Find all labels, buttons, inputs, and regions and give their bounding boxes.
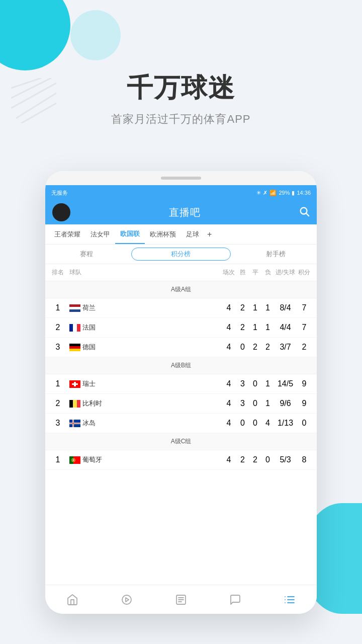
svg-rect-12 [77, 324, 80, 332]
header-pts: 积分 [297, 268, 312, 277]
header-team: 球队 [65, 268, 221, 277]
switzerland-flag [69, 380, 80, 388]
wifi-icon: ✗ [263, 190, 267, 196]
phone-mockup: 无服务 ✳ ✗ 📶 29% ▮ 14:36 直播吧 王者荣耀 [45, 171, 317, 614]
svg-rect-9 [69, 309, 80, 312]
app-title: 直播吧 [169, 206, 201, 219]
svg-rect-19 [69, 400, 73, 408]
table-row[interactable]: 3 冰岛 4 0 0 4 1/13 0 [45, 414, 317, 433]
bottom-nav-chat[interactable] [223, 591, 247, 609]
subtab-standings[interactable]: 积分榜 [131, 248, 230, 261]
header-win: 胜 [236, 268, 249, 277]
header-lose: 负 [261, 268, 274, 277]
phone-notch-bar [161, 177, 201, 180]
sub-tabs: 赛程 积分榜 射手榜 [45, 245, 317, 264]
table-row[interactable]: 2 比利时 4 3 0 1 9/6 9 [45, 394, 317, 414]
status-indicators: ✳ ✗ 📶 29% ▮ 14:36 [256, 190, 311, 196]
svg-rect-15 [69, 349, 80, 351]
standings-table: 排名 球队 场次 胜 平 负 进/失球 积分 A级A组 1 [45, 264, 317, 614]
portugal-flag [69, 456, 80, 464]
belgium-flag [69, 400, 80, 408]
svg-point-30 [72, 459, 74, 461]
status-network: 无服务 [51, 189, 68, 197]
search-button[interactable] [299, 206, 310, 219]
table-row[interactable]: 1 葡萄牙 4 2 2 0 5/3 8 [45, 450, 317, 470]
svg-rect-10 [69, 324, 73, 332]
svg-rect-14 [69, 346, 80, 349]
nav-tabs: 王者荣耀 法女甲 欧国联 欧洲杯预 足球 + [45, 224, 317, 245]
group-c-header: A级C组 [45, 433, 317, 450]
signal-icon: 📶 [269, 190, 277, 196]
table-row[interactable]: 1 荷兰 4 2 1 1 8/4 7 [45, 298, 317, 318]
group-b-header: A级B组 [45, 357, 317, 374]
subtab-schedule[interactable]: 赛程 [45, 248, 127, 261]
table-row[interactable]: 1 瑞士 4 3 0 1 14/5 9 [45, 374, 317, 394]
svg-line-6 [306, 213, 309, 216]
bottom-nav-home[interactable] [60, 591, 84, 609]
svg-rect-28 [73, 456, 80, 464]
bottom-nav [45, 585, 317, 614]
table-row[interactable]: 2 法国 4 2 1 1 4/4 7 [45, 318, 317, 338]
bg-decoration-circle-top-right [70, 10, 121, 60]
table-row[interactable]: 3 德国 4 0 2 2 3/7 2 [45, 338, 317, 357]
header-matches: 场次 [221, 268, 236, 277]
germany-flag [69, 344, 80, 351]
svg-rect-26 [69, 423, 80, 424]
header-goals: 进/失球 [274, 268, 297, 277]
svg-rect-8 [69, 307, 80, 309]
time: 14:36 [297, 190, 311, 196]
tab-football[interactable]: 足球 [181, 224, 204, 244]
hero-title: 千万球迷 [0, 70, 362, 106]
svg-rect-20 [73, 400, 77, 408]
header-rank: 排名 [50, 268, 65, 277]
svg-rect-7 [69, 304, 80, 307]
svg-point-31 [122, 595, 131, 604]
hero-subtitle: 首家月活过千万的体育APP [0, 112, 362, 127]
header-draw: 平 [249, 268, 261, 277]
app-header: 直播吧 [45, 200, 317, 224]
bottom-nav-list[interactable] [278, 591, 302, 609]
tab-ouyubeiy[interactable]: 欧洲杯预 [145, 224, 181, 244]
bg-decoration-circle-top-left [0, 0, 70, 70]
tab-ouguo[interactable]: 欧国联 [115, 224, 145, 244]
svg-marker-32 [126, 598, 129, 602]
france-flag [69, 324, 80, 332]
tab-fanv[interactable]: 法女甲 [85, 224, 115, 244]
svg-rect-21 [77, 400, 80, 408]
group-a-header: A级A组 [45, 281, 317, 298]
hero-section: 千万球迷 首家月活过千万的体育APP [0, 70, 362, 127]
bottom-nav-news[interactable] [169, 591, 193, 609]
tab-more-button[interactable]: + [204, 230, 215, 239]
table-header: 排名 球队 场次 胜 平 负 进/失球 积分 [45, 264, 317, 281]
netherlands-flag [69, 304, 80, 312]
iceland-flag [69, 420, 80, 427]
battery-level: 29% [279, 190, 290, 196]
svg-rect-13 [69, 344, 80, 346]
bottom-nav-play[interactable] [115, 591, 139, 609]
svg-rect-11 [73, 324, 77, 332]
battery-icon: ▮ [292, 190, 295, 196]
subtab-scorers[interactable]: 射手榜 [235, 248, 317, 261]
bluetooth-icon: ✳ [256, 190, 261, 196]
phone-notch [45, 171, 317, 185]
status-bar: 无服务 ✳ ✗ 📶 29% ▮ 14:36 [45, 185, 317, 200]
svg-rect-18 [72, 383, 78, 385]
app-logo[interactable] [52, 203, 70, 221]
tab-wangzhe[interactable]: 王者荣耀 [49, 224, 85, 244]
